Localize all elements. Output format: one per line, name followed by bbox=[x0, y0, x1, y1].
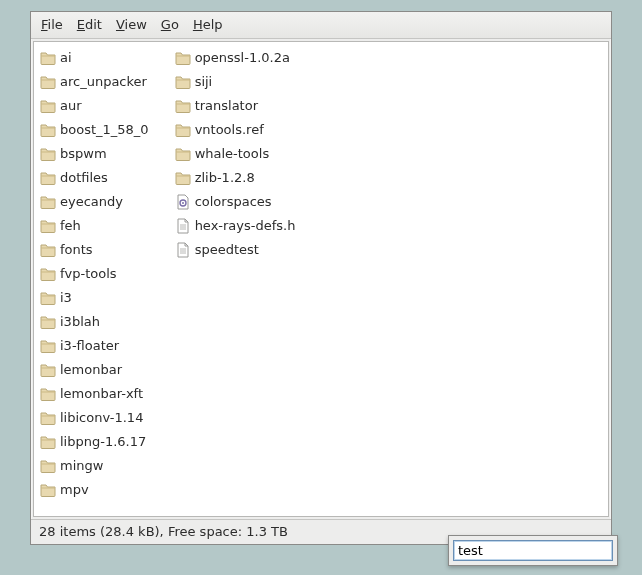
file-item-label: speedtest bbox=[195, 238, 259, 262]
file-item-label: dotfiles bbox=[60, 166, 108, 190]
file-item-label: colorspaces bbox=[195, 190, 272, 214]
file-item-label: aur bbox=[60, 94, 82, 118]
folder-icon bbox=[40, 170, 56, 186]
file-item[interactable]: vntools.ref bbox=[175, 118, 304, 142]
folder-icon bbox=[40, 146, 56, 162]
file-item[interactable]: aur bbox=[40, 94, 157, 118]
folder-icon bbox=[40, 482, 56, 498]
file-item-label: arc_unpacker bbox=[60, 70, 147, 94]
folder-icon bbox=[40, 386, 56, 402]
file-item[interactable]: bspwm bbox=[40, 142, 157, 166]
file-item-label: siji bbox=[195, 70, 213, 94]
file-item-label: lemonbar-xft bbox=[60, 382, 143, 406]
folder-icon bbox=[40, 266, 56, 282]
file-item-label: i3blah bbox=[60, 310, 100, 334]
file-item[interactable]: lemonbar-xft bbox=[40, 382, 157, 406]
folder-icon bbox=[40, 74, 56, 90]
folder-icon bbox=[175, 146, 191, 162]
file-item[interactable]: eyecandy bbox=[40, 190, 157, 214]
folder-icon bbox=[175, 74, 191, 90]
file-item-label: eyecandy bbox=[60, 190, 123, 214]
file-item[interactable]: colorspaces bbox=[175, 190, 304, 214]
folder-icon bbox=[40, 122, 56, 138]
file-item[interactable]: i3-floater bbox=[40, 334, 157, 358]
file-item[interactable]: whale-tools bbox=[175, 142, 304, 166]
file-item-label: i3 bbox=[60, 286, 72, 310]
file-item-label: feh bbox=[60, 214, 81, 238]
typeahead-search-input[interactable] bbox=[453, 540, 613, 561]
file-item-label: zlib-1.2.8 bbox=[195, 166, 255, 190]
file-item[interactable]: mpv bbox=[40, 478, 157, 502]
folder-icon bbox=[40, 194, 56, 210]
folder-icon bbox=[40, 410, 56, 426]
folder-icon bbox=[40, 50, 56, 66]
menu-go[interactable]: Go bbox=[161, 17, 179, 32]
file-item-label: vntools.ref bbox=[195, 118, 264, 142]
file-item[interactable]: libpng-1.6.17 bbox=[40, 430, 157, 454]
file-icon bbox=[175, 218, 191, 234]
file-item-label: ai bbox=[60, 46, 72, 70]
file-item[interactable]: fonts bbox=[40, 238, 157, 262]
folder-icon bbox=[40, 242, 56, 258]
folder-icon bbox=[40, 458, 56, 474]
folder-icon bbox=[40, 434, 56, 450]
file-item-label: libiconv-1.14 bbox=[60, 406, 143, 430]
file-item-label: lemonbar bbox=[60, 358, 122, 382]
file-item[interactable]: mingw bbox=[40, 454, 157, 478]
folder-icon bbox=[40, 98, 56, 114]
file-manager-window: File Edit View Go Help aiarc_unpackeraur… bbox=[30, 11, 612, 545]
file-item-label: bspwm bbox=[60, 142, 107, 166]
file-item[interactable]: siji bbox=[175, 70, 304, 94]
file-item[interactable]: feh bbox=[40, 214, 157, 238]
file-item[interactable]: i3blah bbox=[40, 310, 157, 334]
file-item-label: libpng-1.6.17 bbox=[60, 430, 146, 454]
status-text: 28 items (28.4 kB), Free space: 1.3 TB bbox=[39, 524, 288, 539]
file-item-label: openssl-1.0.2a bbox=[195, 46, 290, 70]
folder-icon bbox=[40, 218, 56, 234]
folder-icon bbox=[175, 122, 191, 138]
menu-view[interactable]: View bbox=[116, 17, 147, 32]
file-item[interactable]: zlib-1.2.8 bbox=[175, 166, 304, 190]
file-item[interactable]: boost_1_58_0 bbox=[40, 118, 157, 142]
file-item-label: i3-floater bbox=[60, 334, 119, 358]
folder-icon bbox=[40, 314, 56, 330]
folder-icon bbox=[40, 362, 56, 378]
menu-file[interactable]: File bbox=[41, 17, 63, 32]
folder-icon bbox=[40, 290, 56, 306]
file-item-label: boost_1_58_0 bbox=[60, 118, 149, 142]
folder-icon bbox=[175, 98, 191, 114]
file-item-label: fonts bbox=[60, 238, 93, 262]
file-item[interactable]: arc_unpacker bbox=[40, 70, 157, 94]
menu-help[interactable]: Help bbox=[193, 17, 223, 32]
menu-edit[interactable]: Edit bbox=[77, 17, 102, 32]
file-item[interactable]: openssl-1.0.2a bbox=[175, 46, 304, 70]
file-item[interactable]: i3 bbox=[40, 286, 157, 310]
folder-icon bbox=[175, 50, 191, 66]
file-item[interactable]: ai bbox=[40, 46, 157, 70]
typeahead-search-popup bbox=[448, 535, 618, 566]
file-item[interactable]: lemonbar bbox=[40, 358, 157, 382]
file-item-label: hex-rays-defs.h bbox=[195, 214, 296, 238]
file-item[interactable]: dotfiles bbox=[40, 166, 157, 190]
file-list-pane[interactable]: aiarc_unpackeraurboost_1_58_0bspwmdotfil… bbox=[33, 41, 609, 517]
file-icon bbox=[175, 242, 191, 258]
file-item[interactable]: fvp-tools bbox=[40, 262, 157, 286]
file-item-label: mingw bbox=[60, 454, 103, 478]
file-item[interactable]: libiconv-1.14 bbox=[40, 406, 157, 430]
file-item[interactable]: speedtest bbox=[175, 238, 304, 262]
file-item-label: whale-tools bbox=[195, 142, 270, 166]
file-item-label: mpv bbox=[60, 478, 89, 502]
file-item-label: fvp-tools bbox=[60, 262, 117, 286]
file-item-label: translator bbox=[195, 94, 258, 118]
config-icon bbox=[175, 194, 191, 210]
file-item[interactable]: translator bbox=[175, 94, 304, 118]
folder-icon bbox=[40, 338, 56, 354]
folder-icon bbox=[175, 170, 191, 186]
file-item[interactable]: hex-rays-defs.h bbox=[175, 214, 304, 238]
menubar: File Edit View Go Help bbox=[31, 12, 611, 39]
